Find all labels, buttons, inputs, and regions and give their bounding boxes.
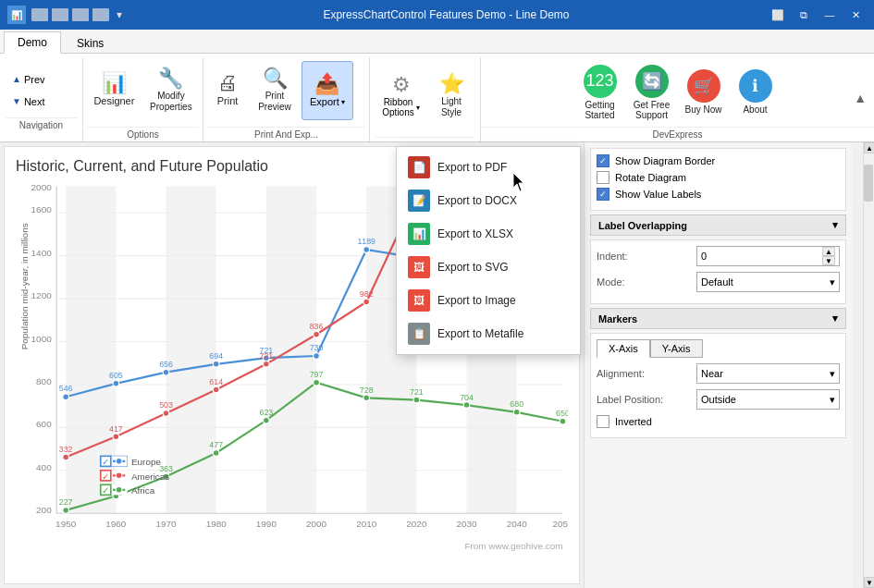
- label-position-select[interactable]: Outside ▾: [696, 389, 840, 410]
- buy-now-button[interactable]: 🛒 Buy Now: [680, 63, 728, 122]
- indent-spinner[interactable]: ▲ ▼: [822, 247, 835, 265]
- next-button[interactable]: ▼ Next: [6, 92, 77, 112]
- indent-up[interactable]: ▲: [822, 247, 835, 256]
- right-scrollbar[interactable]: ▲ ▼: [863, 142, 874, 588]
- minimize-btn2[interactable]: —: [819, 6, 841, 24]
- label-overlapping-content: Indent: 0 ▲ ▼ Mode: Default ▾: [590, 239, 846, 304]
- tb-icon3[interactable]: [72, 8, 89, 21]
- title-bar-left: 📊 ▾: [7, 6, 126, 24]
- light-style-button[interactable]: ⭐ Light Style: [428, 67, 474, 126]
- svg-text:2000: 2000: [31, 182, 53, 192]
- svg-text:477: 477: [209, 440, 223, 449]
- tb-icon1[interactable]: [31, 8, 48, 21]
- options-label: Options: [87, 127, 199, 141]
- x-axis-tab[interactable]: X-Axis: [597, 339, 650, 358]
- export-svg-item[interactable]: 🖼 Export to SVG: [397, 251, 580, 284]
- svg-text:800: 800: [36, 376, 52, 386]
- print-preview-icon: 🔍: [263, 68, 288, 89]
- show-diagram-border-row[interactable]: ✓ Show Diagram Border: [597, 154, 840, 167]
- get-free-support-button[interactable]: 🔄 Get Free Support: [628, 63, 676, 122]
- ribbon-options-arrow: ▾: [416, 104, 420, 112]
- svg-text:1980: 1980: [206, 519, 228, 529]
- navigation-label: Navigation: [6, 117, 77, 130]
- label-overlapping-header[interactable]: Label Overlapping ▾: [590, 214, 846, 236]
- buy-now-icon: 🛒: [687, 69, 720, 103]
- export-docx-item[interactable]: 📝 Export to DOCX: [397, 184, 580, 217]
- scrollbar-track: [864, 153, 874, 577]
- svg-text:✓: ✓: [102, 472, 109, 482]
- export-pdf-item[interactable]: 📄 Export to PDF: [397, 151, 580, 184]
- nav-buttons: ▲ Prev ▼ Next: [6, 69, 77, 112]
- diagram-options-section: ✓ Show Diagram Border Rotate Diagram ✓ S…: [590, 148, 846, 211]
- svg-text:721: 721: [410, 387, 424, 397]
- svg-text:2030: 2030: [456, 519, 477, 529]
- modify-properties-button[interactable]: 🔧 Modify Properties: [143, 61, 199, 120]
- modify-label: Modify Properties: [150, 91, 192, 113]
- svg-text:656: 656: [159, 360, 173, 369]
- svg-text:721: 721: [259, 351, 273, 361]
- about-button[interactable]: ℹ About: [732, 63, 780, 122]
- ribbon-collapse-button[interactable]: ▲: [854, 91, 867, 105]
- y-axis-tab[interactable]: Y-Axis: [650, 339, 703, 358]
- svg-point-38: [113, 381, 119, 387]
- svg-point-107: [116, 487, 122, 494]
- indent-input[interactable]: 0 ▲ ▼: [696, 246, 840, 266]
- export-metafile-icon: 📋: [408, 323, 430, 345]
- inverted-row[interactable]: Inverted: [597, 415, 840, 428]
- rotate-diagram-row[interactable]: Rotate Diagram: [597, 171, 840, 184]
- ribbon-options-label: Ribbon Options: [382, 97, 413, 117]
- options-content: 📊 Designer 🔧 Modify Properties: [87, 61, 199, 125]
- tb-dropdown[interactable]: ▾: [113, 8, 126, 21]
- export-image-icon: 🖼: [408, 289, 430, 312]
- export-xlsx-item[interactable]: 📊 Export to XLSX: [397, 217, 580, 251]
- svg-text:1970: 1970: [155, 519, 177, 529]
- print-button[interactable]: 🖨 Print: [207, 61, 248, 120]
- tb-icon4[interactable]: [92, 8, 109, 21]
- export-label-row: Export ▾: [310, 96, 345, 107]
- ribbon-options-content: ⚙ Ribbon Options ▾ ⭐ Light Style: [375, 57, 474, 135]
- svg-text:417: 417: [109, 424, 123, 434]
- mode-select[interactable]: Default ▾: [696, 272, 840, 292]
- ribbon-options-button[interactable]: ⚙ Ribbon Options ▾: [375, 67, 426, 126]
- inverted-checkbox[interactable]: [597, 415, 609, 428]
- show-value-labels-row[interactable]: ✓ Show Value Labels: [597, 188, 840, 201]
- prev-button[interactable]: ▲ Prev: [6, 69, 77, 90]
- print-export-group: 🖨 Print 🔍 Print Preview 📤 Export ▾ Print…: [203, 57, 370, 141]
- export-button[interactable]: 📤 Export ▾: [302, 61, 353, 120]
- tab-skins[interactable]: Skins: [63, 32, 117, 54]
- tab-bar: Demo Skins: [0, 30, 874, 54]
- export-image-item[interactable]: 🖼 Export to Image: [397, 284, 580, 317]
- print-preview-button[interactable]: 🔍 Print Preview: [250, 61, 300, 120]
- tb-icon2[interactable]: [52, 8, 68, 21]
- rotate-diagram-checkbox[interactable]: [597, 171, 609, 184]
- alignment-select[interactable]: Near ▾: [696, 363, 840, 384]
- export-label: Export: [310, 96, 339, 107]
- show-diagram-border-checkbox[interactable]: ✓: [597, 154, 609, 167]
- tab-demo[interactable]: Demo: [4, 31, 61, 54]
- minimize-button[interactable]: ⬜: [767, 6, 789, 24]
- scroll-up-arrow[interactable]: ▲: [864, 142, 874, 153]
- designer-button[interactable]: 📊 Designer: [87, 61, 142, 120]
- show-value-labels-checkbox[interactable]: ✓: [597, 188, 609, 201]
- scroll-down-arrow[interactable]: ▼: [864, 577, 874, 588]
- getting-started-button[interactable]: 123 GettingStarted: [576, 63, 624, 122]
- indent-down[interactable]: ▼: [822, 256, 835, 265]
- export-svg-label: Export to SVG: [437, 261, 509, 274]
- light-style-icon: ⭐: [439, 74, 464, 94]
- svg-text:200: 200: [36, 505, 52, 515]
- close-button[interactable]: ✕: [844, 6, 867, 24]
- mode-value: Default: [701, 276, 733, 288]
- svg-text:836: 836: [310, 322, 324, 331]
- print-preview-label: Print Preview: [258, 91, 291, 113]
- scrollbar-thumb[interactable]: [864, 165, 873, 202]
- svg-text:2050: 2050: [552, 519, 568, 529]
- print-icon: 🖨: [217, 73, 238, 93]
- getting-started-icon: 123: [584, 65, 617, 98]
- svg-point-78: [314, 379, 320, 386]
- svg-point-43: [363, 247, 370, 253]
- ribbon-options-icon: ⚙: [392, 75, 411, 95]
- export-metafile-item[interactable]: 📋 Export to Metafile: [397, 317, 580, 350]
- markers-header[interactable]: Markers ▾: [590, 308, 846, 329]
- restore-button[interactable]: ⧉: [793, 6, 815, 24]
- label-position-value: Outside: [701, 394, 736, 405]
